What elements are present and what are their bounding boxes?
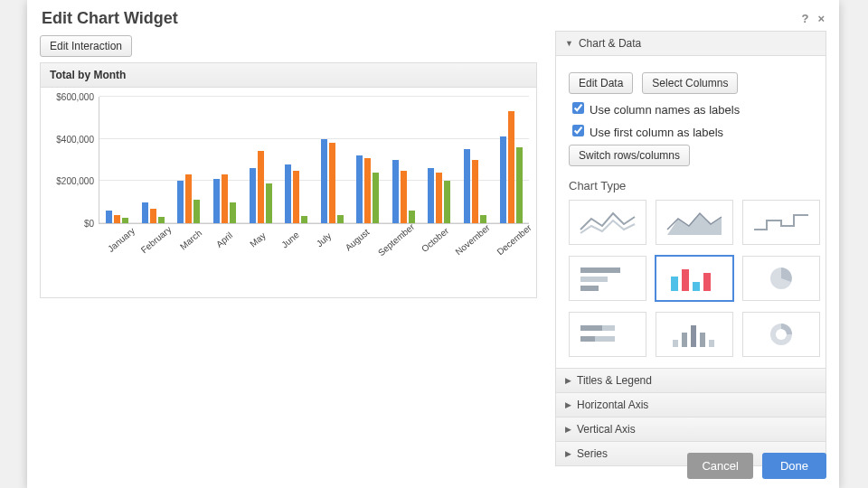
bar-group xyxy=(458,97,494,223)
bar xyxy=(444,181,450,223)
done-button[interactable]: Done xyxy=(762,453,826,479)
edit-chart-widget-modal: Edit Chart Widget ? × Edit Interaction T… xyxy=(27,0,839,488)
bar xyxy=(401,171,407,223)
chart-type-hbar[interactable] xyxy=(569,256,646,301)
bar xyxy=(472,160,478,223)
switch-rows-columns-button[interactable]: Switch rows/columns xyxy=(569,145,690,166)
section-titles-legend[interactable]: ▶Titles & Legend xyxy=(555,368,826,393)
svg-rect-2 xyxy=(580,277,608,282)
bar xyxy=(193,200,200,223)
bar xyxy=(337,215,344,223)
chevron-right-icon: ▶ xyxy=(565,425,571,434)
svg-rect-6 xyxy=(693,282,700,291)
edit-interaction-button[interactable]: Edit Interaction xyxy=(40,35,132,57)
cancel-button[interactable]: Cancel xyxy=(687,453,752,479)
bar xyxy=(464,149,470,223)
bar xyxy=(373,173,379,223)
chart-preview: Total by Month $0$200,000$400,000$600,00… xyxy=(40,62,537,298)
use-first-column-checkbox[interactable]: Use first column as labels xyxy=(569,122,723,139)
bar xyxy=(266,183,272,223)
svg-rect-3 xyxy=(580,286,599,291)
y-tick-label: $0 xyxy=(84,219,99,229)
x-tick-label: April xyxy=(208,225,240,254)
chart-and-data-panel: Edit Data Select Columns Use column name… xyxy=(555,56,826,369)
chevron-right-icon: ▶ xyxy=(565,400,571,409)
svg-rect-1 xyxy=(580,267,620,273)
svg-point-19 xyxy=(776,329,787,340)
chart-plot: $0$200,000$400,000$600,000 xyxy=(99,97,529,224)
section-horizontal-axis[interactable]: ▶Horizontal Axis xyxy=(555,392,826,418)
svg-rect-14 xyxy=(682,333,687,347)
bar xyxy=(500,136,506,223)
bar xyxy=(301,216,307,223)
x-tick-label: March xyxy=(175,225,206,254)
chart-type-step[interactable] xyxy=(742,200,820,245)
bar xyxy=(285,164,291,223)
bar xyxy=(293,171,299,223)
section-vertical-axis[interactable]: ▶Vertical Axis xyxy=(555,417,826,442)
chart-title: Total by Month xyxy=(41,63,536,88)
bar xyxy=(222,174,228,223)
bar xyxy=(436,173,442,223)
bar xyxy=(150,209,156,223)
bar xyxy=(508,111,514,223)
y-tick-label: $200,000 xyxy=(56,176,99,186)
bar xyxy=(516,147,523,223)
x-tick-label: February xyxy=(139,224,174,255)
chart-type-column[interactable] xyxy=(656,256,733,301)
bar xyxy=(213,179,220,223)
bar xyxy=(158,217,165,223)
modal-title: Edit Chart Widget xyxy=(42,9,178,28)
x-tick-label: May xyxy=(241,225,273,254)
use-column-names-checkbox[interactable]: Use column names as labels xyxy=(569,99,740,117)
chart-type-stacked-hbar[interactable] xyxy=(569,312,646,357)
svg-marker-0 xyxy=(667,213,722,235)
svg-rect-17 xyxy=(709,340,714,347)
select-columns-button[interactable]: Select Columns xyxy=(642,72,738,94)
x-tick-label: October xyxy=(419,225,450,254)
svg-rect-11 xyxy=(580,336,595,342)
x-tick-label: January xyxy=(105,225,137,254)
section-chart-and-data[interactable]: ▼ Chart & Data xyxy=(555,31,826,56)
bar xyxy=(258,151,264,224)
bar-group xyxy=(278,97,315,223)
svg-rect-10 xyxy=(602,325,615,331)
x-tick-label: June xyxy=(275,225,307,254)
bar-group xyxy=(493,97,529,223)
chart-type-histogram[interactable] xyxy=(656,312,733,357)
close-icon[interactable]: × xyxy=(817,12,825,25)
bar xyxy=(392,160,399,223)
help-icon[interactable]: ? xyxy=(801,12,808,25)
bar-group xyxy=(171,97,207,223)
bar-group xyxy=(421,97,458,223)
bar xyxy=(250,168,256,223)
x-tick-label: December xyxy=(495,222,533,257)
svg-rect-9 xyxy=(580,325,602,331)
bar-group xyxy=(242,97,278,223)
bar xyxy=(142,202,148,223)
chevron-right-icon: ▶ xyxy=(565,376,571,385)
chart-type-pie[interactable] xyxy=(742,256,820,301)
bar xyxy=(428,168,434,223)
chart-type-line[interactable] xyxy=(569,200,646,245)
y-tick-label: $600,000 xyxy=(56,92,99,102)
bar-group xyxy=(136,97,172,223)
modal-header: Edit Chart Widget ? × xyxy=(27,0,839,32)
bar-group xyxy=(314,97,350,223)
x-tick-label: November xyxy=(453,222,491,257)
y-tick-label: $400,000 xyxy=(56,134,99,144)
chart-type-label: Chart Type xyxy=(569,179,813,192)
x-tick-label: September xyxy=(376,221,417,258)
bar xyxy=(106,211,112,223)
svg-rect-16 xyxy=(700,333,705,347)
svg-rect-15 xyxy=(691,325,696,347)
svg-rect-5 xyxy=(682,269,689,291)
bar xyxy=(177,181,184,223)
bar-group xyxy=(207,97,243,223)
edit-data-button[interactable]: Edit Data xyxy=(569,72,633,94)
chart-type-donut[interactable] xyxy=(742,312,820,357)
svg-rect-4 xyxy=(671,277,678,291)
chart-type-area[interactable] xyxy=(656,200,733,245)
bar xyxy=(329,143,335,223)
bar-group xyxy=(386,97,422,223)
